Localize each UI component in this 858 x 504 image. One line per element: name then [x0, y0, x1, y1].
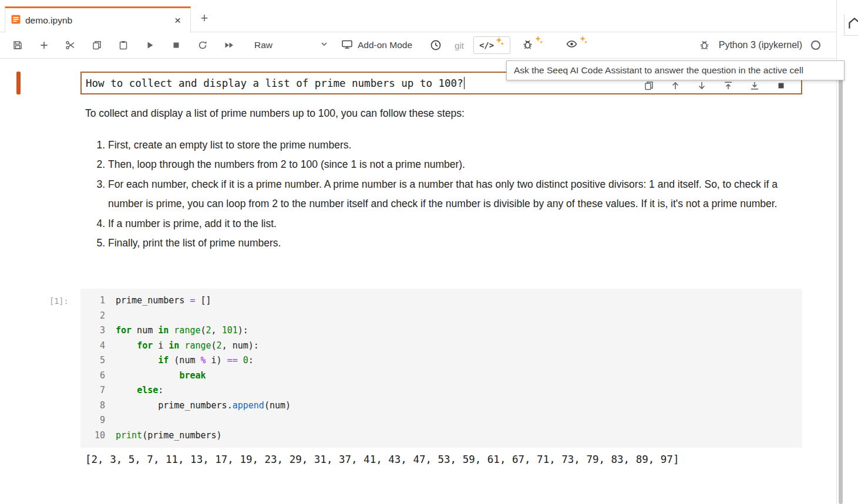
cell-output: [2, 3, 5, 7, 11, 13, 17, 19, 23, 29, 31,… — [85, 454, 679, 465]
insert-cell-below-icon[interactable] — [749, 80, 760, 91]
paste-icon[interactable] — [117, 39, 129, 51]
line-number: 1 — [80, 293, 105, 309]
line-number: 4 — [80, 339, 105, 354]
line-number: 6 — [80, 368, 105, 384]
delete-cell-icon[interactable] — [776, 80, 786, 91]
code-editor[interactable]: 1prime_numbers = []23for num in range(2,… — [80, 289, 802, 448]
code-icon: </> — [479, 40, 494, 50]
interrupt-kernel-icon[interactable] — [170, 39, 182, 51]
code-line: 4 for i in range(2, num): — [80, 339, 802, 354]
line-number: 10 — [80, 428, 105, 444]
markdown-step: For each number, check if it is a prime … — [108, 175, 807, 214]
line-number: 7 — [80, 383, 105, 398]
code-line: 5 if (num % i) == 0: — [80, 353, 802, 368]
side-panel-corner[interactable] — [844, 14, 858, 36]
clock-icon[interactable] — [430, 39, 442, 51]
code-line: 3for num in range(2, 101): — [80, 323, 802, 339]
jupyter-app: demo.ipynb × + + Raw — [0, 0, 858, 504]
tab-bar: demo.ipynb × + — [0, 0, 836, 32]
save-icon[interactable] — [12, 39, 23, 51]
code-line: 2 — [80, 309, 802, 324]
copy-icon[interactable] — [91, 39, 103, 51]
markdown-output: To collect and display a list of prime n… — [85, 104, 807, 253]
code-line: 8 prime_numbers.append(num) — [80, 398, 802, 414]
duplicate-cell-icon[interactable] — [644, 80, 654, 91]
addon-mode-button[interactable]: Add-on Mode — [341, 39, 412, 52]
tab-demo-ipynb[interactable]: demo.ipynb × — [5, 6, 191, 33]
ai-assistant-tooltip: Ask the Seeq AI Code Assistant to answer… — [506, 60, 844, 80]
line-number: 3 — [80, 323, 105, 339]
line-number: 8 — [80, 398, 105, 414]
sparkle-icon — [534, 35, 543, 46]
code-line: 7 else: — [80, 383, 802, 398]
monitor-icon — [341, 39, 353, 52]
markdown-step: Then, loop through the numbers from 2 to… — [108, 155, 807, 174]
side-panel-icon — [844, 17, 858, 32]
eye-icon — [566, 39, 578, 52]
execution-count: [1]: — [49, 296, 69, 306]
chevron-down-icon — [319, 39, 329, 52]
bug-icon — [522, 39, 533, 52]
line-number: 2 — [80, 309, 105, 324]
sparkle-icon — [495, 36, 504, 48]
cell-type-value: Raw — [254, 40, 272, 50]
steps-list: First, create an empty list to store the… — [85, 136, 807, 253]
ai-debug-button[interactable] — [522, 39, 543, 52]
ai-explain-button[interactable] — [566, 39, 588, 52]
text-caret — [464, 77, 465, 89]
debugger-bug-icon[interactable] — [699, 39, 711, 51]
markdown-intro: To collect and display a list of prime n… — [85, 104, 807, 123]
code-lines: 1prime_numbers = []23for num in range(2,… — [80, 293, 802, 443]
cut-icon[interactable] — [65, 39, 76, 51]
code-line: 6 break — [80, 368, 802, 384]
markdown-step: First, create an empty list to store the… — [108, 136, 807, 155]
run-cell-icon[interactable] — [144, 39, 156, 51]
kernel-status-icon[interactable] — [810, 40, 821, 50]
vertical-scrollbar[interactable] — [839, 63, 843, 504]
addon-mode-label: Add-on Mode — [358, 40, 412, 50]
move-cell-down-icon[interactable] — [697, 80, 707, 91]
notebook-icon — [11, 15, 21, 26]
restart-run-all-icon[interactable] — [223, 39, 235, 51]
sparkle-icon — [579, 35, 588, 46]
code-line: 1prime_numbers = [] — [80, 293, 802, 309]
kernel-name[interactable]: Python 3 (ipykernel) — [719, 40, 802, 50]
git-button[interactable]: git — [455, 40, 464, 50]
tab-title: demo.ipynb — [25, 15, 171, 26]
code-line: 10print(prime_numbers) — [80, 428, 802, 444]
restart-kernel-icon[interactable] — [197, 39, 208, 51]
ai-code-assistant-button[interactable]: </> — [473, 36, 510, 54]
markdown-step: Finally, print the list of prime numbers… — [108, 234, 807, 253]
markdown-step: If a number is prime, add it to the list… — [108, 214, 807, 234]
move-cell-up-icon[interactable] — [670, 80, 681, 91]
new-tab-button[interactable]: + — [196, 11, 213, 26]
tab-close-icon[interactable]: × — [171, 14, 184, 27]
code-line: 9 — [80, 413, 802, 428]
cell-type-dropdown[interactable]: Raw — [254, 39, 329, 52]
line-number: 9 — [80, 413, 105, 428]
insert-cell-icon[interactable]: + — [38, 39, 50, 51]
insert-cell-above-icon[interactable] — [723, 80, 733, 91]
notebook-toolbar: + Raw Ad — [0, 32, 836, 59]
prompt-input-value: How to collect and display a list of pri… — [86, 77, 463, 89]
cell-toolbar — [644, 80, 786, 91]
active-cell-indicator — [16, 72, 21, 94]
line-number: 5 — [80, 353, 105, 368]
